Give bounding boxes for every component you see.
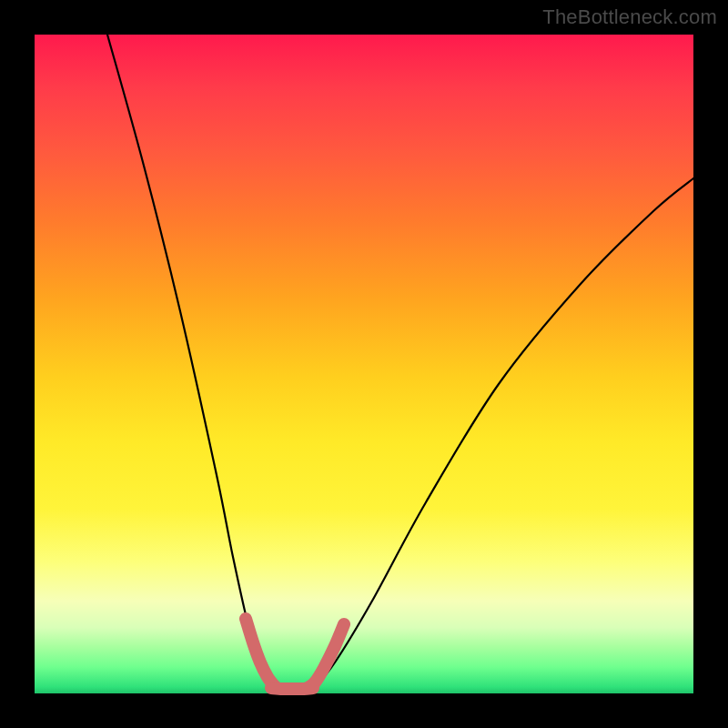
curve-layer <box>35 35 693 693</box>
series-bottom-overlay-left <box>246 619 277 688</box>
series-right-curve <box>309 178 693 688</box>
plot-area <box>35 35 693 693</box>
series-left-curve <box>107 35 275 688</box>
watermark-text: TheBottleneck.com <box>542 5 717 29</box>
chart-frame: TheBottleneck.com <box>0 0 728 728</box>
